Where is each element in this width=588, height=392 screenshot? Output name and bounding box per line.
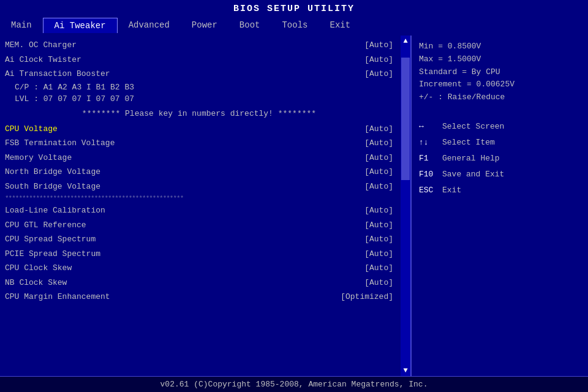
- shortcut-esc-exit: ESC Exit: [419, 183, 581, 198]
- setting-cpu-spread[interactable]: CPU Spread Spectrum [Auto]: [5, 232, 393, 247]
- setting-nb-voltage[interactable]: North Bridge Voltage [Auto]: [5, 165, 393, 179]
- setting-sb-voltage[interactable]: South Bridge Voltage [Auto]: [5, 179, 393, 194]
- shortcut-save-exit: F10 Save and Exit: [419, 167, 581, 183]
- setting-memory-voltage[interactable]: Memory Voltage [Auto]: [5, 151, 393, 165]
- nav-power[interactable]: Power: [181, 18, 228, 33]
- shortcut-select-item: ↑↓ Select Item: [419, 135, 581, 151]
- info-min: Min = 0.8500V: [419, 40, 581, 53]
- setting-mem-oc[interactable]: MEM. OC Charger [Auto]: [5, 38, 393, 53]
- setting-cpu-clock-skew[interactable]: CPU Clock Skew [Auto]: [5, 261, 393, 276]
- separator: ****************************************…: [5, 195, 393, 202]
- setting-pcie-spread[interactable]: PCIE Spread Spectrum [Auto]: [5, 247, 393, 262]
- nav-ai-tweaker[interactable]: Ai Tweaker: [43, 18, 118, 33]
- setting-cpu-margin[interactable]: CPU Margin Enhancement [Optimized]: [5, 290, 393, 304]
- nav-exit[interactable]: Exit: [318, 18, 361, 33]
- scroll-up-arrow[interactable]: ▲: [403, 37, 407, 45]
- scroll-down-arrow[interactable]: ▼: [403, 366, 407, 375]
- left-panel: MEM. OC Charger [Auto] Ai Clock Twister …: [0, 36, 410, 376]
- nav-menu: Main Ai Tweaker Advanced Power Boot Tool…: [0, 17, 588, 33]
- shortcut-select-screen: ↔ Select Screen: [419, 119, 581, 135]
- warning-text: ******** Please key in numbers directly!…: [5, 109, 393, 118]
- scrollbar[interactable]: ▲ ▼: [401, 36, 410, 376]
- indent-cp: C/P : A1 A2 A3 I B1 B2 B3: [5, 81, 393, 94]
- main-content: MEM. OC Charger [Auto] Ai Clock Twister …: [0, 33, 588, 376]
- setting-cpu-voltage[interactable]: CPU Voltage [Auto]: [5, 122, 393, 137]
- nav-main[interactable]: Main: [0, 18, 43, 33]
- nav-tools[interactable]: Tools: [271, 18, 318, 33]
- setting-cpu-gtl[interactable]: CPU GTL Reference [Auto]: [5, 218, 393, 233]
- nav-advanced[interactable]: Advanced: [118, 18, 181, 33]
- indent-lvl: LVL : 07 07 07 I 07 07 07: [5, 93, 393, 105]
- info-block: Min = 0.8500V Max = 1.5000V Standard = B…: [419, 40, 581, 104]
- setting-load-line[interactable]: Load-Line Calibration [Auto]: [5, 203, 393, 218]
- scroll-thumb[interactable]: [401, 58, 410, 180]
- bios-title: BIOS SETUP UTILITY: [0, 0, 588, 17]
- footer: v02.61 (C)Copyright 1985-2008, American …: [0, 376, 588, 392]
- setting-ai-transaction[interactable]: Ai Transaction Booster [Auto]: [5, 67, 393, 81]
- info-increment: Increment = 0.00625V: [419, 78, 581, 91]
- shortcut-general-help: F1 General Help: [419, 151, 581, 167]
- info-max: Max = 1.5000V: [419, 53, 581, 66]
- settings-list: MEM. OC Charger [Auto] Ai Clock Twister …: [5, 38, 405, 304]
- shortcuts-block: ↔ Select Screen ↑↓ Select Item F1 Genera…: [419, 119, 581, 198]
- setting-ai-clock[interactable]: Ai Clock Twister [Auto]: [5, 53, 393, 67]
- info-raise-reduce: +/- : Raise/Reduce: [419, 91, 581, 104]
- info-standard: Standard = By CPU: [419, 66, 581, 79]
- nav-boot[interactable]: Boot: [228, 18, 271, 33]
- setting-fsb-voltage[interactable]: FSB Termination Voltage [Auto]: [5, 136, 393, 151]
- setting-nb-clock-skew[interactable]: NB Clock Skew [Auto]: [5, 276, 393, 290]
- bios-screen: BIOS SETUP UTILITY Main Ai Tweaker Advan…: [0, 0, 588, 392]
- right-panel: Min = 0.8500V Max = 1.5000V Standard = B…: [410, 36, 588, 376]
